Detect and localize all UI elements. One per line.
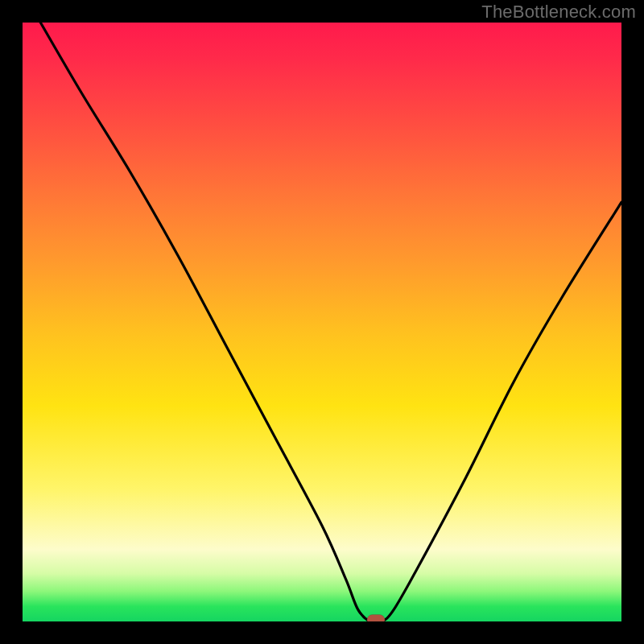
chart-frame: TheBottleneck.com	[0, 0, 644, 644]
curve-path	[40, 23, 621, 621]
watermark-text: TheBottleneck.com	[481, 2, 636, 23]
plot-area	[23, 23, 621, 621]
minimum-marker	[367, 615, 385, 622]
bottleneck-curve	[23, 23, 621, 621]
